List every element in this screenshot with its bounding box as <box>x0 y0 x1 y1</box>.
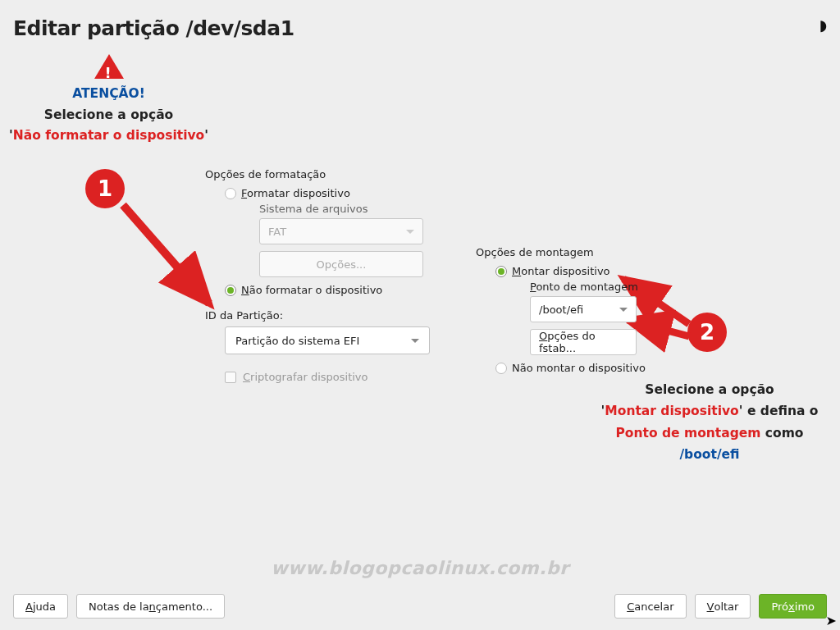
mouse-cursor-icon: ➤ <box>826 613 837 628</box>
radio-mount-device[interactable]: Montar dispositivo <box>495 265 689 277</box>
annot1-line2: 'Não formatar o dispositivo' <box>0 126 217 147</box>
footer-bar: Ajuda Notas de lançamento... Cancelar Vo… <box>13 594 827 619</box>
page-title: Editar partição /dev/sda1 <box>13 16 294 40</box>
badge-two: 2 <box>687 313 727 352</box>
watermark-text: www.blogopcaolinux.com.br <box>0 558 840 578</box>
annot2-line1: Selecione a opção <box>591 379 829 400</box>
fstab-options-label: Opções do fstab... <box>539 330 628 354</box>
help-button[interactable]: Ajuda <box>13 594 68 619</box>
radio-no-mount-label: Não montar o dispositivo <box>512 362 646 374</box>
partition-id-combo[interactable]: Partição do sistema EFI <box>225 326 430 354</box>
radio-format-label: Formatar dispositivo <box>241 187 350 199</box>
fs-options-button: Opções... <box>259 251 423 277</box>
radio-mount-label: Montar dispositivo <box>512 265 610 277</box>
partition-id-value: Partição do sistema EFI <box>235 335 359 347</box>
annot2-path: /boot/efi <box>591 444 829 465</box>
annot1-line1: Selecione a opção <box>0 105 217 126</box>
back-button[interactable]: Voltar <box>695 594 751 619</box>
chevron-down-icon <box>619 308 628 312</box>
filesystem-label: Sistema de arquivos <box>259 203 427 215</box>
encrypt-device-checkbox: Criptografar dispositivo <box>225 371 427 383</box>
mount-section-label: Opções de montagem <box>476 246 689 258</box>
annot2-line2: 'Montar dispositivo' e defina o <box>591 400 829 422</box>
annotation-one: ATENÇÃO! Selecione a opção 'Não formatar… <box>0 54 217 147</box>
next-button[interactable]: Próximo <box>759 594 827 619</box>
mount-point-value: /boot/efi <box>539 304 583 316</box>
radio-no-format[interactable]: Não formatar o dispositivo <box>225 284 427 296</box>
radio-selected-icon <box>495 266 507 277</box>
radio-format-device[interactable]: Formatar dispositivo <box>225 187 427 199</box>
radio-icon <box>225 188 236 199</box>
cancel-button[interactable]: Cancelar <box>614 594 686 619</box>
partition-id-label: ID da Partição: <box>205 309 427 322</box>
format-section-label: Opções de formatação <box>205 168 427 180</box>
filesystem-value: FAT <box>268 226 286 238</box>
theme-toggle-icon[interactable]: ◗ <box>819 16 827 34</box>
badge-one: 1 <box>85 169 125 208</box>
filesystem-combo: FAT <box>259 218 423 244</box>
annotation-two: Selecione a opção 'Montar dispositivo' e… <box>591 379 829 465</box>
mount-point-label: Ponto de montagem <box>530 281 689 293</box>
checkbox-icon <box>225 372 236 383</box>
chevron-down-icon <box>411 339 419 343</box>
annot1-attention: ATENÇÃO! <box>0 84 217 105</box>
warning-icon <box>94 54 124 79</box>
chevron-down-icon <box>406 230 414 234</box>
fs-options-label: Opções... <box>317 258 367 271</box>
svg-line-0 <box>123 205 209 304</box>
fstab-options-button[interactable]: Opções do fstab... <box>530 329 637 355</box>
radio-selected-icon <box>225 285 236 296</box>
encrypt-label: Criptografar dispositivo <box>243 371 368 383</box>
radio-no-mount[interactable]: Não montar o dispositivo <box>495 362 689 374</box>
release-notes-button[interactable]: Notas de lançamento... <box>76 594 225 619</box>
annot2-line3: Ponto de montagem como <box>591 422 829 444</box>
mount-point-combo[interactable]: /boot/efi <box>530 296 637 322</box>
radio-icon <box>495 363 507 374</box>
radio-no-format-label: Não formatar o dispositivo <box>241 284 382 296</box>
